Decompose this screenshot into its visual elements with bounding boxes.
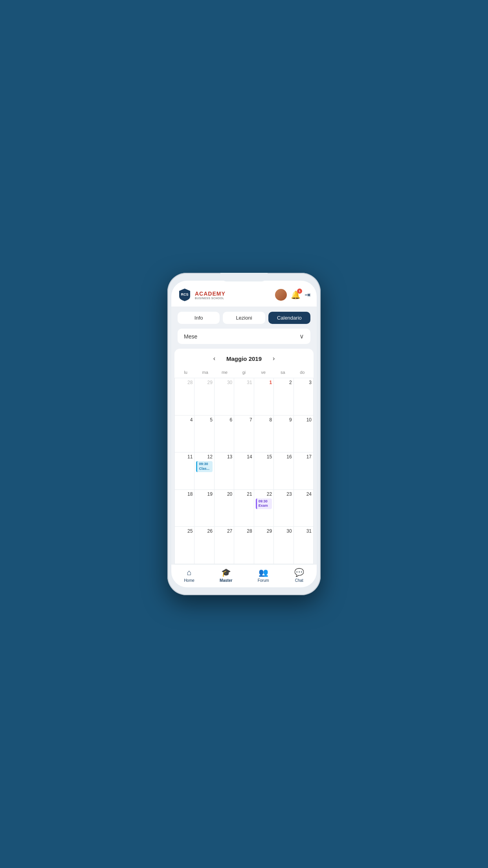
day-number: 5 [196, 417, 212, 423]
calendar-day[interactable]: 5 [194, 416, 214, 453]
weekday-ma: ma [195, 368, 215, 376]
calendar-day[interactable]: 8 [254, 416, 274, 453]
calendar-day[interactable]: 29 [254, 527, 274, 564]
tab-lezioni[interactable]: Lezioni [223, 312, 265, 324]
dropdown-label: Mese [184, 333, 197, 340]
nav-home-label: Home [184, 578, 194, 583]
nav-master[interactable]: 🎓 Master [220, 568, 232, 583]
day-number: 7 [236, 417, 252, 423]
chat-icon: 💬 [294, 568, 304, 577]
weekday-do: do [293, 368, 312, 376]
day-number: 27 [216, 528, 232, 534]
calendar-title: Maggio 2019 [226, 355, 262, 362]
calendar-day[interactable]: 24 [294, 490, 314, 527]
header: RCS ACADEMY BUSINESS SCHOOL 🔔 1 ⇥ [171, 281, 317, 307]
prev-month-button[interactable]: ‹ [210, 353, 218, 364]
calendar-day[interactable]: 29 [194, 378, 214, 416]
day-number: 31 [295, 528, 312, 534]
calendar-day[interactable]: 16 [274, 452, 294, 490]
calendar-day[interactable]: 3 [294, 378, 314, 416]
calendar-day[interactable]: 2209:30 Exam [254, 490, 274, 527]
calendar-day[interactable]: 21 [234, 490, 254, 527]
calendar-day[interactable]: 17 [294, 452, 314, 490]
rcs-logo: RCS [178, 288, 192, 302]
nav-forum[interactable]: 👥 Forum [258, 568, 269, 583]
calendar-day[interactable]: 1209:30 Clas... [194, 452, 214, 490]
calendar-day[interactable]: 20 [215, 490, 234, 527]
weekdays-row: lu ma me gi ve sa do [174, 368, 314, 376]
calendar-day[interactable]: 6 [215, 416, 234, 453]
event-pill[interactable]: 09:30 Exam [256, 498, 272, 509]
calendar-day[interactable]: 9 [274, 416, 294, 453]
tab-calendario[interactable]: Calendario [268, 312, 310, 324]
day-number: 29 [196, 380, 212, 385]
nav-chat[interactable]: 💬 Chat [294, 568, 304, 583]
event-pill[interactable]: 09:30 Clas... [196, 461, 212, 472]
day-number: 28 [176, 380, 193, 385]
month-dropdown[interactable]: Mese ∨ [178, 329, 310, 344]
calendar-day[interactable]: 11 [175, 452, 194, 490]
calendar-day[interactable]: 14 [234, 452, 254, 490]
calendar-day[interactable]: 31 [294, 527, 314, 564]
notification-badge: 1 [297, 289, 302, 294]
calendar-header: ‹ Maggio 2019 › [174, 349, 314, 368]
day-number: 3 [295, 380, 312, 385]
weekday-lu: lu [176, 368, 195, 376]
day-number: 6 [216, 417, 232, 423]
logo-academy: ACADEMY [195, 291, 226, 297]
nav-home[interactable]: ⌂ Home [184, 568, 194, 583]
day-number: 18 [176, 491, 193, 497]
weekday-sa: sa [273, 368, 292, 376]
calendar-day[interactable]: 15 [254, 452, 274, 490]
day-number: 9 [275, 417, 292, 423]
day-number: 19 [196, 491, 212, 497]
next-month-button[interactable]: › [270, 353, 278, 364]
calendar-day[interactable]: 28 [175, 378, 194, 416]
phone-frame: RCS ACADEMY BUSINESS SCHOOL 🔔 1 ⇥ [167, 273, 321, 595]
calendar-day[interactable]: 2 [274, 378, 294, 416]
calendar-day[interactable]: 23 [274, 490, 294, 527]
forum-icon: 👥 [259, 568, 268, 577]
day-number: 25 [176, 528, 193, 534]
day-number: 30 [216, 380, 232, 385]
calendar-day[interactable]: 18 [175, 490, 194, 527]
master-icon: 🎓 [221, 568, 231, 577]
calendar-day[interactable]: 31 [234, 378, 254, 416]
calendar-day[interactable]: 4 [175, 416, 194, 453]
calendar-day[interactable]: 13 [215, 452, 234, 490]
calendar-day[interactable]: 27 [215, 527, 234, 564]
day-number: 30 [275, 528, 292, 534]
nav-forum-label: Forum [258, 578, 269, 583]
avatar-image [275, 289, 287, 301]
weekday-gi: gi [234, 368, 253, 376]
calendar-day[interactable]: 10 [294, 416, 314, 453]
calendar-grid: 2829303112345678910111209:30 Clas...1314… [174, 378, 314, 564]
day-number: 10 [295, 417, 312, 423]
calendar-day[interactable]: 30 [274, 527, 294, 564]
calendar-day[interactable]: 25 [175, 527, 194, 564]
nav-master-label: Master [220, 578, 232, 583]
day-number: 13 [216, 454, 232, 460]
calendar-day[interactable]: 19 [194, 490, 214, 527]
nav-chat-label: Chat [295, 578, 303, 583]
day-number: 26 [196, 528, 212, 534]
weekday-ve: ve [254, 368, 273, 376]
calendar-day[interactable]: 26 [194, 527, 214, 564]
notification-bell-wrapper: 🔔 1 [291, 290, 301, 300]
day-number: 28 [236, 528, 252, 534]
day-number: 12 [196, 454, 212, 460]
day-number: 1 [256, 380, 272, 385]
phone-notch [220, 273, 268, 281]
calendar-day[interactable]: 7 [234, 416, 254, 453]
tab-info[interactable]: Info [178, 312, 220, 324]
dropdown-area: Mese ∨ [171, 329, 317, 349]
day-number: 21 [236, 491, 252, 497]
avatar[interactable] [275, 289, 287, 301]
calendar-day[interactable]: 1 [254, 378, 274, 416]
day-number: 20 [216, 491, 232, 497]
day-number: 16 [275, 454, 292, 460]
calendar-day[interactable]: 28 [234, 527, 254, 564]
logout-icon[interactable]: ⇥ [305, 291, 310, 299]
day-number: 14 [236, 454, 252, 460]
calendar-day[interactable]: 30 [215, 378, 234, 416]
